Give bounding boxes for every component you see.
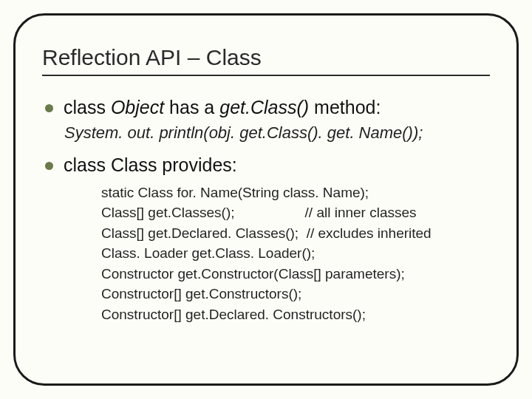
m2b: // all inner classes — [305, 205, 417, 220]
bullet-1-subline: System. out. println(obj. get.Class(). g… — [64, 123, 490, 143]
bullet-1: class Object has a get.Class() method: — [45, 95, 490, 120]
bullet-icon — [45, 162, 53, 170]
slide-frame: Reflection API – Class class Object has … — [13, 13, 519, 386]
m2a: Class[] get.Classes(); — [101, 205, 235, 220]
b1-object: Object — [111, 97, 164, 117]
b1-suffix: method: — [309, 97, 381, 117]
method-line-3: Class[] get.Declared. Classes(); // excl… — [101, 223, 490, 244]
method-list: static Class for. Name(String class. Nam… — [101, 183, 490, 325]
method-line-4: Class. Loader get.Class. Loader(); — [101, 243, 490, 264]
bullet-icon — [45, 104, 53, 112]
b1-prefix: class — [64, 97, 111, 117]
method-line-7: Constructor[] get.Declared. Constructors… — [101, 304, 490, 325]
slide-title: Reflection API – Class — [42, 45, 490, 76]
method-line-6: Constructor[] get.Constructors(); — [101, 284, 490, 304]
bullet-2: class Class provides: — [45, 153, 490, 178]
bullet-2-text: class Class provides: — [64, 153, 237, 178]
method-line-1: static Class for. Name(String class. Nam… — [101, 183, 490, 203]
method-line-5: Constructor get.Constructor(Class[] para… — [101, 264, 490, 284]
b1-mid: has a — [164, 97, 219, 117]
method-line-2: Class[] get.Classes(); // all inner clas… — [101, 202, 490, 223]
bullet-1-text: class Object has a get.Class() method: — [64, 95, 381, 120]
b1-method: get.Class() — [219, 97, 309, 117]
